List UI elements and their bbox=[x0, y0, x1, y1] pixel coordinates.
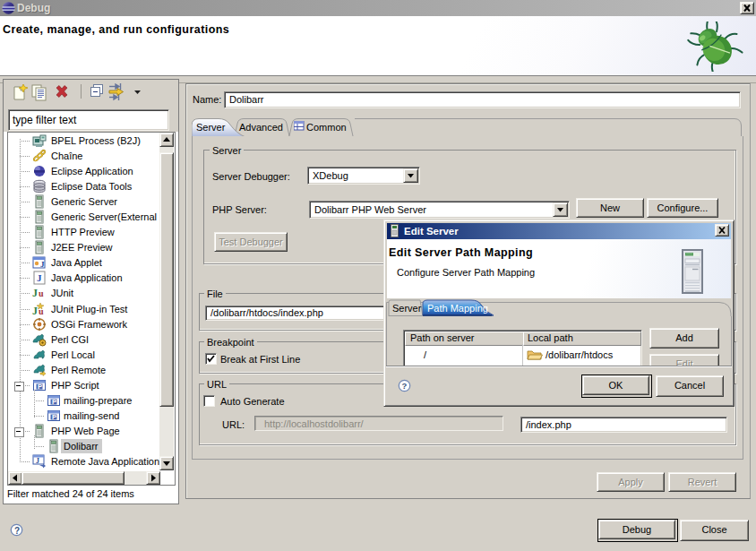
svg-text:?: ? bbox=[14, 526, 20, 536]
svg-text:P: P bbox=[52, 413, 56, 421]
svg-text:J: J bbox=[36, 457, 39, 465]
svg-text:?: ? bbox=[402, 381, 408, 391]
svg-text:J: J bbox=[32, 287, 38, 299]
svg-text:P: P bbox=[38, 383, 42, 391]
svg-text:P: P bbox=[52, 398, 56, 406]
svg-text:J: J bbox=[32, 305, 38, 316]
svg-text:u: u bbox=[39, 288, 44, 298]
svg-text:J: J bbox=[37, 272, 42, 283]
svg-text:J: J bbox=[40, 260, 45, 269]
